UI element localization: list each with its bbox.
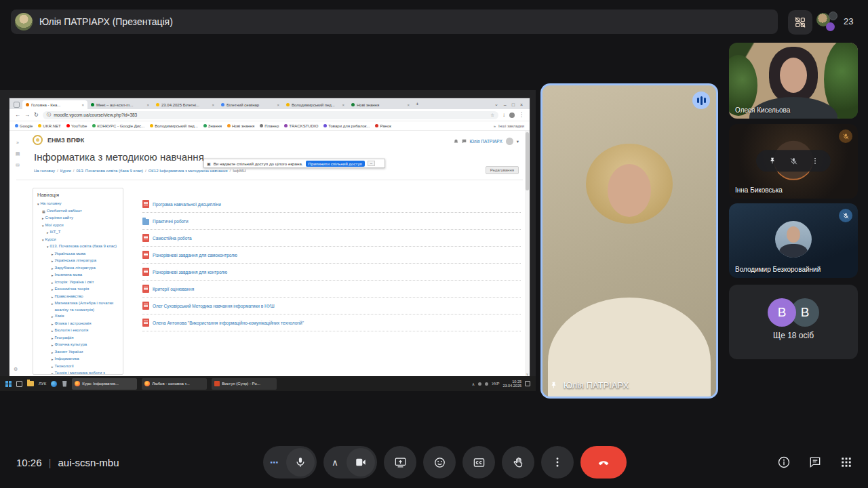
captions-icon [473,456,486,469]
nav-tree-item: ▸ Математика (Алгебра і початки аналізу … [37,300,119,313]
expand-icon: ▸ [52,321,54,328]
change-layout-button[interactable] [788,10,812,35]
bell-icon [454,139,458,144]
course-title: Інформатика з методикою навчання [34,151,204,163]
more-options-button[interactable] [541,446,574,479]
stage-tile-name: Юлія ПАТРІАРХ [564,380,629,390]
nav-tree-item: ▸ Фізична культура [37,342,119,349]
navigation-block: Навігація ▾ На головну ▦ Особистий кабін… [33,188,123,375]
tab-favicon [286,103,290,106]
task-view-icon [16,381,22,387]
tab-search-icon [14,102,20,108]
presenter-banner: Юлія ПАТРІАРХ (Презентація) [11,9,778,34]
nav-tree-item: ▸ Інформатика [37,356,119,363]
expand-icon: ▾ [37,201,39,208]
tray-expand-icon: ∧ [472,382,475,386]
participant-name: Олеся Кисельова [735,106,790,114]
mic-button[interactable] [286,448,315,476]
tab-favicon [91,103,94,106]
nav-tree-item: ▸ Біологія і екологія [37,327,119,335]
pin-icon [549,381,558,390]
captions-button[interactable] [462,446,495,479]
bookmark-item: Знання [203,124,222,128]
meeting-info: 10:26 | aui-scsn-mbu [16,457,119,468]
meeting-code: aui-scsn-mbu [58,457,119,468]
moodle-header-user: Юлія ПАТРІАРХ ▾ [454,138,519,145]
call-controls: ⋯ ∧ [263,446,627,479]
camera-control[interactable]: ∧ [323,446,377,479]
end-call-button[interactable] [580,446,627,479]
resource-row: Практичні роботи [142,213,521,230]
participants-avatars[interactable] [816,12,840,33]
rail-icon: ▤ [16,151,20,157]
mic-off-icon[interactable] [789,157,798,165]
nav-tree-item: ▾ Курси [37,237,119,244]
tab-favicon [351,103,355,106]
app-icon [144,381,150,386]
expand-icon: ▦ [42,209,45,216]
cast-icon: ▣ [207,161,211,166]
download-icon: ↓ [502,112,505,118]
nav-tree-item: ▾ Мої курси [37,222,119,230]
participant-tile[interactable]: Володимир Безкоровайний [729,203,858,278]
expand-icon: ▸ [52,357,54,363]
raise-hand-button[interactable] [502,446,534,479]
expand-icon: ▸ [52,258,54,265]
present-button[interactable] [384,446,416,479]
maximize-icon: □ [512,102,515,107]
speaking-indicator [692,92,710,109]
nav-tree-item: ▸ Сторінки сайту [37,215,119,222]
nav-tree-item: ▾ 013. Початкова освіта (база 9 клас) [37,243,119,251]
other-bookmarks: » Інші закладки [494,124,524,128]
gear-icon: ⚙ [14,367,18,372]
more-participants-label: Ще 18 осіб [729,331,858,340]
mic-control[interactable]: ⋯ [263,446,317,479]
mic-off-icon [842,133,850,140]
bookmark-item: UKR.NET [38,124,60,128]
bookmark-favicon [375,124,378,127]
browser-icon [51,381,57,387]
avatar: B [768,298,796,327]
bookmark-favicon [66,124,70,127]
notification-icon [525,381,530,386]
nav-tree-item: ▸ ІКТ_Т [37,229,119,237]
browser-tab: Нові знання × [348,100,413,109]
pin-icon[interactable] [768,157,776,165]
info-button[interactable] [777,455,791,469]
expand-icon: ▸ [52,364,54,371]
activities-grid-button[interactable] [840,455,853,469]
avatar [829,12,837,20]
muted-badge [839,209,852,222]
video-options-icon[interactable]: ∧ [323,458,347,468]
camera-button[interactable] [347,448,375,476]
overflow-participants-tile[interactable]: B B Ще 18 осіб [729,285,858,359]
bookmark-favicon [203,124,207,127]
stage-tile-presenter[interactable]: Юлія ПАТРІАРХ [540,83,718,399]
message-icon [462,139,467,144]
resource-icon [142,251,149,259]
tab-close-icon: × [342,103,344,107]
shared-browser-window: Головна - Кна... × Meet – aui-scsn-m... … [9,98,530,376]
resource-row: Програма навчальної дисципліни [142,196,521,213]
resource-icon [142,234,149,242]
moodle-logo [33,135,43,145]
close-icon: × [520,102,523,107]
reactions-button[interactable] [423,446,456,479]
chat-button[interactable] [808,455,822,469]
audio-options-icon[interactable]: ⋯ [263,458,286,468]
hand-icon [512,456,525,469]
system-tray: ∧ УКР 10:25 23.04.2025 [472,380,530,388]
participant-tile[interactable]: Олеся Кисельова [729,43,858,119]
folder-icon [27,381,34,386]
reload-icon: ↻ [34,112,39,118]
divider: | [49,457,52,468]
expand-icon: ▸ [52,328,54,335]
participant-tile[interactable]: Інна Биковська [729,124,858,199]
tab-favicon [221,103,224,106]
resource-row: Різнорівневі завдання для самоконтролю [142,247,521,264]
more-options-icon[interactable] [811,157,819,165]
scrollbar-thumb [526,132,529,190]
moodle-user-avatar [506,138,513,145]
bookmark-favicon [15,124,18,127]
bookmark-favicon [323,124,327,127]
